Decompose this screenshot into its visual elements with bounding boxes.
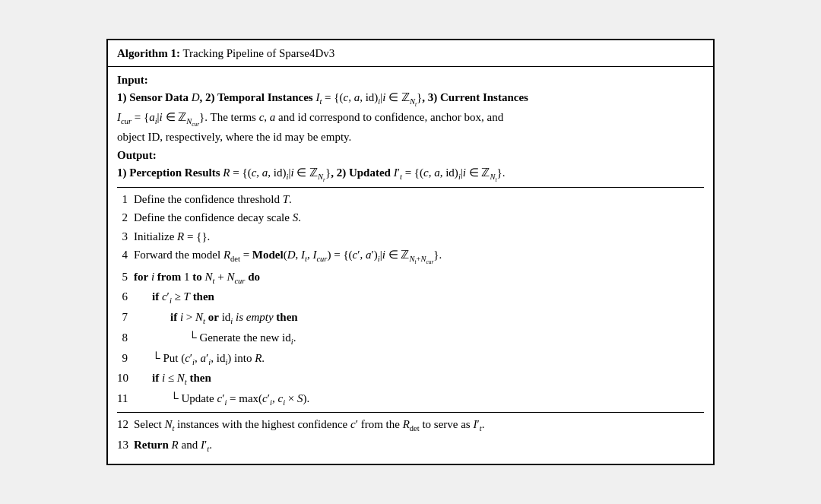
line-number: 5: [117, 268, 134, 286]
step-9: 9 └ Put (c′i, a′i, idi) into R.: [117, 350, 704, 369]
output-section: Output: 1) Perception Results R = {(c, a…: [117, 147, 704, 184]
line-number: 13: [117, 436, 134, 454]
algorithm-header: Algorithm 1: Tracking Pipeline of Sparse…: [108, 40, 713, 68]
input-line2: Icur = {ai|i ∈ ℤNcur}. The terms c, a an…: [117, 109, 704, 128]
step-12: 12 Select Nt instances with the highest …: [117, 416, 704, 435]
line-number: 11: [117, 390, 134, 407]
step-content: Select Nt instances with the highest con…: [134, 416, 704, 435]
line-number: 2: [117, 209, 134, 227]
output-label: Output:: [117, 147, 704, 164]
algorithm-label: Algorithm 1:: [117, 47, 180, 59]
step-content: └ Update c′i = max(c′i, ci × S).: [134, 390, 704, 409]
step-content: Define the confidence threshold T.: [134, 191, 704, 208]
input-line1: 1) Sensor Data D, 2) Temporal Instances …: [117, 89, 704, 109]
step-content: └ Generate the new idi.: [134, 329, 704, 348]
line-number: 7: [117, 309, 134, 326]
line-number: 8: [117, 329, 134, 347]
step-content: if i ≤ Nt then: [134, 369, 704, 388]
divider: [117, 187, 704, 188]
step-content: if i > Nt or idi is empty then: [134, 309, 704, 328]
input-line3: object ID, respectively, where the id ma…: [117, 128, 704, 146]
step-4: 4 Forward the model Rdet = Model(D, It, …: [117, 246, 704, 266]
line-number: 4: [117, 246, 134, 264]
step-5: 5 for i from 1 to Nt + Ncur do: [117, 268, 704, 287]
line-number: 9: [117, 350, 134, 367]
input-label: Input:: [117, 71, 704, 89]
step-7: 7 if i > Nt or idi is empty then: [117, 309, 704, 328]
output-line1: 1) Perception Results R = {(c, a, id)i|i…: [117, 164, 704, 184]
step-content: Forward the model Rdet = Model(D, It, Ic…: [134, 246, 704, 266]
step-8: 8 └ Generate the new idi.: [117, 329, 704, 348]
line-number: 6: [117, 288, 134, 306]
step-content: Define the confidence decay scale S.: [134, 209, 704, 227]
step-11: 11 └ Update c′i = max(c′i, ci × S).: [117, 390, 704, 409]
step-6: 6 if c′i ≥ T then: [117, 288, 704, 307]
algorithm-container: Algorithm 1: Tracking Pipeline of Sparse…: [106, 39, 715, 466]
step-13: 13 Return R and I′t.: [117, 436, 704, 455]
step-content: for i from 1 to Nt + Ncur do: [134, 268, 704, 287]
line-number: 1: [117, 191, 134, 208]
input-section: Input: 1) Sensor Data D, 2) Temporal Ins…: [117, 71, 704, 145]
line-number: 10: [117, 369, 134, 387]
line-number: 12: [117, 416, 134, 433]
algorithm-body: Input: 1) Sensor Data D, 2) Temporal Ins…: [108, 67, 713, 464]
step-3: 3 Initialize R = {}.: [117, 228, 704, 246]
step-10: 10 if i ≤ Nt then: [117, 369, 704, 388]
step-2: 2 Define the confidence decay scale S.: [117, 209, 704, 227]
step-content: if c′i ≥ T then: [134, 288, 704, 307]
algorithm-title: Tracking Pipeline of Sparse4Dv3: [182, 47, 334, 59]
divider-2: [117, 412, 704, 413]
step-content: └ Put (c′i, a′i, idi) into R.: [134, 350, 704, 369]
step-content: Return R and I′t.: [134, 436, 704, 455]
step-content: Initialize R = {}.: [134, 228, 704, 246]
step-1: 1 Define the confidence threshold T.: [117, 191, 704, 208]
line-number: 3: [117, 228, 134, 246]
